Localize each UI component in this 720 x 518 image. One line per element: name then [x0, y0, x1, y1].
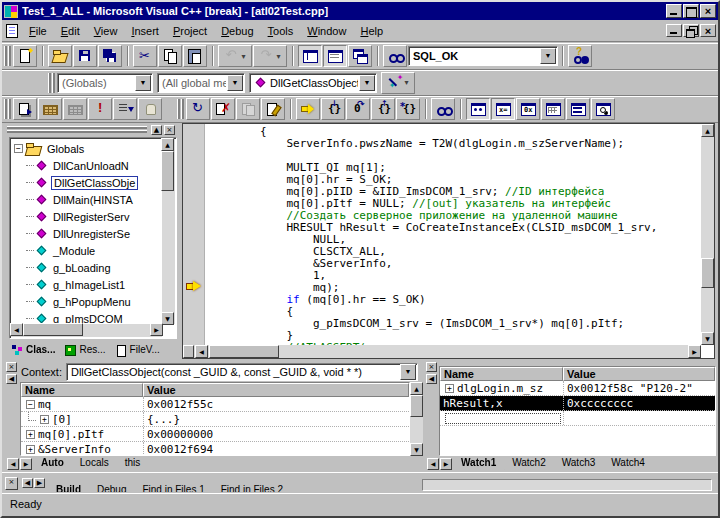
expand-icon[interactable]: +: [26, 430, 35, 439]
scroll-down-icon[interactable]: ▼: [701, 332, 714, 345]
window-list-button[interactable]: [348, 45, 372, 67]
go-button[interactable]: [113, 98, 137, 120]
apply-code-changes-button[interactable]: [261, 98, 285, 120]
chevron-down-icon[interactable]: ▼: [227, 75, 243, 91]
scroll-up-icon[interactable]: ▲: [161, 138, 174, 151]
tree-item[interactable]: DllMain(HINSTA: [12, 191, 161, 208]
scrollbar-thumb[interactable]: [23, 323, 83, 336]
menu-item-edit[interactable]: Edit: [54, 23, 87, 39]
mdi-close-button[interactable]: [700, 24, 716, 37]
menu-item-help[interactable]: Help: [353, 23, 390, 39]
call-stack-window-button[interactable]: [566, 98, 590, 120]
tree-item[interactable]: g_hImageList1: [12, 276, 161, 293]
expand-icon[interactable]: −: [26, 400, 35, 409]
grid-row[interactable]: −mq0x0012f55c: [21, 397, 409, 412]
variables-vertical-scrollbar[interactable]: ▲ ▼: [410, 382, 423, 456]
editor-horizontal-scrollbar[interactable]: ◀ ▶: [183, 345, 701, 358]
tab-scroll-left-icon[interactable]: ◀: [427, 458, 439, 470]
tree-item[interactable]: DllRegisterServ: [12, 208, 161, 225]
toolbar-grip[interactable]: [4, 99, 11, 119]
splitter-box[interactable]: [183, 345, 194, 358]
step-out-button[interactable]: [371, 98, 395, 120]
tree-item[interactable]: g_hPopupMenu: [12, 293, 161, 310]
scrollbar-thumb[interactable]: [701, 258, 714, 288]
output-window-button[interactable]: [323, 45, 347, 67]
dropdown-arrow-icon[interactable]: ▾: [241, 52, 245, 61]
variables-window-button[interactable]: [491, 98, 515, 120]
tab-watch2[interactable]: Watch2: [504, 456, 554, 470]
step-over-button[interactable]: [346, 98, 370, 120]
pane-close-icon[interactable]: ×: [164, 125, 175, 135]
mdi-minimize-button[interactable]: [666, 24, 682, 37]
scroll-up-icon[interactable]: ▲: [410, 382, 423, 395]
break-execution-button[interactable]: [236, 98, 260, 120]
chevron-down-icon[interactable]: ▼: [540, 48, 556, 64]
disassembly-window-button[interactable]: [591, 98, 615, 120]
tree-vertical-scrollbar[interactable]: ▲ ▼: [162, 139, 175, 324]
class-combo[interactable]: (Globals) ▼: [57, 73, 153, 93]
tree-expand-icon[interactable]: −: [14, 144, 23, 153]
menu-item-file[interactable]: File: [22, 23, 54, 39]
scroll-left-icon[interactable]: ◀: [195, 345, 208, 358]
scroll-down-icon[interactable]: ▼: [410, 443, 423, 456]
menu-item-window[interactable]: Window: [300, 23, 353, 39]
expand-icon[interactable]: +: [26, 445, 35, 454]
expand-icon[interactable]: +: [445, 384, 454, 393]
tab-scroll-left-icon[interactable]: ◀: [22, 478, 33, 488]
menu-item-view[interactable]: View: [87, 23, 125, 39]
watch-grid[interactable]: NameValue+dlgLogin.m_sz0x0012f58c "P120-…: [439, 366, 716, 456]
column-header-name[interactable]: Name: [21, 383, 143, 397]
find-combo[interactable]: SQL_OK▼: [408, 46, 558, 66]
tree-item[interactable]: g_pImsDCOM_: [12, 310, 161, 324]
tree-horizontal-scrollbar[interactable]: ◀ ▶: [11, 324, 162, 337]
tab-auto[interactable]: Auto: [33, 456, 72, 470]
toolbar-grip[interactable]: [177, 99, 184, 119]
cut-button[interactable]: [133, 45, 157, 67]
tab-filev[interactable]: FileV...: [111, 341, 165, 358]
find-button[interactable]: [383, 45, 407, 67]
tree-item[interactable]: g_bLoading: [12, 259, 161, 276]
tab-scroll-left-icon[interactable]: ◀: [7, 458, 19, 470]
tab-findinfiles1[interactable]: Find in Files 1: [134, 478, 212, 492]
tab-debug[interactable]: Debug: [89, 478, 134, 492]
variables-grid[interactable]: NameValue−mq0x0012f55c+[0]{...}+mq[0].pI…: [20, 382, 410, 456]
memory-window-button[interactable]: [541, 98, 565, 120]
show-next-statement-button[interactable]: [296, 98, 320, 120]
tab-this[interactable]: this: [117, 456, 149, 470]
run-to-cursor-button[interactable]: [396, 98, 420, 120]
pane-collapse-icon[interactable]: ◀: [6, 374, 17, 384]
mdi-restore-button[interactable]: [683, 24, 699, 37]
pane-close-icon[interactable]: ×: [426, 362, 437, 372]
tab-clas[interactable]: Clas...: [7, 341, 60, 358]
grid-row[interactable]: +mq[0].pItf0x00000000: [21, 427, 409, 442]
chevron-down-icon[interactable]: ▼: [135, 75, 151, 91]
workspace-window-button[interactable]: [298, 45, 322, 67]
menu-item-project[interactable]: Project: [166, 23, 214, 39]
copy-button[interactable]: [158, 45, 182, 67]
toolbar-grip[interactable]: [4, 46, 11, 66]
tab-scroll-right-icon[interactable]: ▶: [34, 478, 45, 488]
pane-close-icon[interactable]: ×: [5, 477, 18, 490]
save-all-button[interactable]: [98, 45, 122, 67]
scroll-up-icon[interactable]: ▲: [701, 124, 714, 137]
tree-item[interactable]: −Globals: [12, 140, 161, 157]
breakpoint-hand-button[interactable]: [138, 98, 162, 120]
step-into-button[interactable]: [321, 98, 345, 120]
expand-icon[interactable]: +: [40, 415, 49, 424]
new-watch-cell[interactable]: [445, 413, 561, 424]
scrollbar-thumb[interactable]: [161, 151, 174, 191]
members-combo[interactable]: (All global members) ▼: [157, 73, 245, 93]
chevron-down-icon[interactable]: ▼: [359, 75, 375, 91]
menu-item-tools[interactable]: Tools: [261, 23, 301, 39]
scroll-right-icon[interactable]: ▶: [688, 345, 701, 358]
column-header-value[interactable]: Value: [143, 383, 409, 397]
column-header-value[interactable]: Value: [563, 367, 715, 381]
maximize-button[interactable]: [683, 4, 699, 18]
scrollbar-thumb[interactable]: [410, 395, 423, 417]
grid-row[interactable]: +dlgLogin.m_sz0x0012f58c "P120-2": [440, 381, 715, 396]
scroll-left-icon[interactable]: ◀: [10, 323, 23, 336]
tab-scroll-right-icon[interactable]: ▶: [20, 458, 32, 470]
pane-grip[interactable]: [7, 126, 147, 133]
tree-item[interactable]: DllGetClassObje: [12, 174, 161, 191]
wizardbar-actions-button[interactable]: ▾: [381, 72, 415, 94]
